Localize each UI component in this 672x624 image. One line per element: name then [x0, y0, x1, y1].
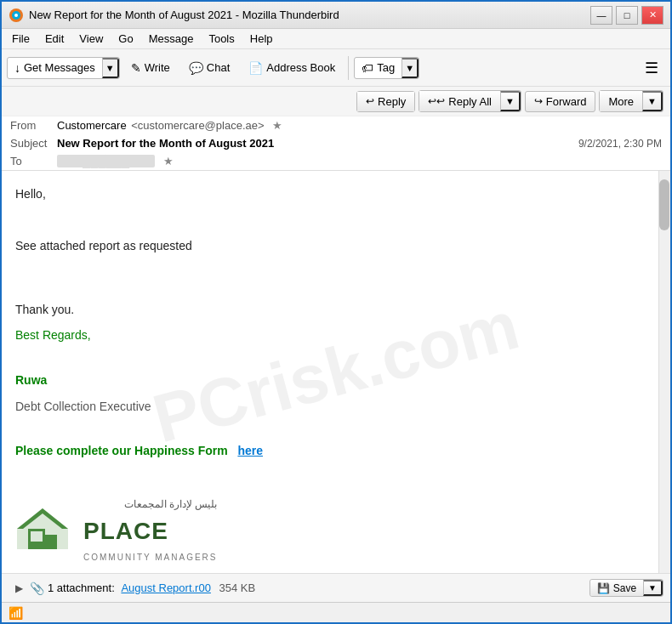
get-messages-group: ↓ Get Messages ▼ — [7, 57, 120, 79]
menu-tools[interactable]: Tools — [202, 31, 241, 47]
chat-icon: 💬 — [189, 61, 203, 75]
forward-button[interactable]: ↪ Forward — [525, 91, 596, 112]
subject-label: Subject — [10, 137, 57, 150]
house-svg — [15, 505, 71, 552]
scrollbar-track[interactable] — [658, 171, 670, 573]
star-icon[interactable]: ★ — [272, 119, 282, 132]
address-book-button[interactable]: 📄 Address Book — [241, 57, 343, 79]
svg-rect-7 — [31, 531, 43, 542]
menu-file[interactable]: File — [5, 31, 37, 47]
from-value: Customercare <customercare@place.ae> ★ — [57, 119, 662, 132]
reply-all-dropdown[interactable]: ▼ — [500, 91, 521, 111]
attachment-info: 1 attachment: August Report.r00 354 KB — [48, 581, 589, 594]
company-logo: بليس لإدارة المجمعات PLACE COMMUNITY MAN… — [15, 496, 657, 564]
logo-arabic: بليس لإدارة المجمعات — [83, 496, 218, 513]
from-email: <customercare@place.ae> — [131, 119, 264, 132]
regards-text: Best Regards, — [15, 326, 657, 344]
close-button[interactable]: ✕ — [641, 6, 663, 25]
chat-button[interactable]: 💬 Chat — [181, 57, 237, 79]
sender-name: Ruwa — [15, 371, 657, 389]
get-messages-icon: ↓ — [14, 61, 20, 75]
menu-edit[interactable]: Edit — [38, 31, 71, 47]
forward-icon: ↪ — [534, 95, 543, 107]
hamburger-menu[interactable]: ☰ — [638, 55, 665, 81]
tag-button[interactable]: 🏷 Tag — [355, 58, 401, 78]
from-row: From Customercare <customercare@place.ae… — [2, 116, 670, 134]
happiness-form: Please complete our Happiness Form here — [15, 441, 657, 460]
scrollbar-thumb[interactable] — [659, 179, 669, 230]
minimize-button[interactable]: — — [590, 6, 612, 25]
more-button-group: More ▼ — [599, 90, 663, 112]
get-messages-dropdown[interactable]: ▼ — [102, 58, 119, 78]
more-label: More — [608, 95, 634, 108]
save-button-group: 💾 Save ▼ — [589, 579, 663, 597]
save-dropdown[interactable]: ▼ — [643, 580, 663, 596]
tag-group: 🏷 Tag ▼ — [354, 57, 419, 79]
email-body-wrapper: PCrisk.com Hello, See attached report as… — [2, 171, 670, 573]
menu-bar: File Edit View Go Message Tools Help — [2, 29, 670, 49]
from-label: From — [10, 119, 57, 132]
write-icon: ✎ — [131, 61, 141, 75]
more-dropdown[interactable]: ▼ — [642, 91, 663, 111]
happiness-text: Please complete our Happiness Form — [15, 444, 228, 457]
save-icon: 💾 — [597, 582, 610, 594]
reply-all-icon: ↩↩ — [428, 95, 445, 107]
to-row: To ██████ ★ — [2, 152, 670, 170]
attachment-icon: 📎 — [30, 581, 44, 595]
reply-all-button[interactable]: ↩↩ Reply All — [419, 91, 500, 111]
logo-place: PLACE — [83, 513, 218, 551]
from-name: Customercare — [57, 119, 127, 132]
reply-all-button-group: ↩↩ Reply All ▼ — [419, 90, 521, 112]
logo-text: بليس لإدارة المجمعات PLACE COMMUNITY MAN… — [83, 496, 218, 564]
reply-button-group: ↩ Reply — [356, 91, 415, 112]
window-title: New Report for the Month of August 2021 … — [29, 9, 339, 21]
email-date: 9/2/2021, 2:30 PM — [578, 138, 662, 150]
write-button[interactable]: ✎ Write — [123, 57, 178, 79]
tag-dropdown[interactable]: ▼ — [401, 58, 419, 78]
to-label: To — [10, 155, 57, 167]
more-button[interactable]: More — [600, 91, 642, 111]
attachment-count: 1 attachment: — [48, 581, 115, 594]
forward-label: Forward — [546, 95, 587, 108]
maximize-button[interactable]: □ — [616, 6, 638, 25]
menu-help[interactable]: Help — [243, 31, 280, 47]
body-line1: See attached report as requested — [15, 236, 657, 255]
body-line2: Thank you. — [15, 300, 657, 319]
happiness-link[interactable]: here — [237, 444, 263, 457]
svg-rect-6 — [45, 535, 57, 549]
attachment-size: 354 KB — [219, 581, 256, 594]
email-content: Hello, See attached report as requested … — [15, 184, 657, 573]
tag-label: Tag — [377, 61, 395, 74]
reply-button[interactable]: ↩ Reply — [357, 92, 414, 111]
sender-title: Debt Collection Executive — [15, 397, 657, 416]
reply-all-label: Reply All — [448, 95, 492, 108]
status-bar: 📶 — [2, 602, 670, 622]
email-body: PCrisk.com Hello, See attached report as… — [2, 171, 670, 573]
action-buttons-row: ↩ Reply ↩↩ Reply All ▼ ↪ Forward More ▼ — [2, 87, 670, 116]
place-logo-icon — [15, 505, 75, 556]
attachment-bar: ▶ 📎 1 attachment: August Report.r00 354 … — [2, 573, 670, 602]
address-book-label: Address Book — [266, 61, 335, 74]
address-book-icon: 📄 — [248, 61, 263, 75]
get-messages-button[interactable]: ↓ Get Messages — [8, 58, 102, 78]
save-button[interactable]: 💾 Save — [590, 580, 643, 596]
save-label: Save — [613, 582, 636, 594]
menu-view[interactable]: View — [72, 31, 110, 47]
main-window: New Report for the Month of August 2021 … — [0, 0, 672, 624]
menu-go[interactable]: Go — [111, 31, 140, 47]
subject-value: New Report for the Month of August 2021 — [57, 137, 578, 150]
to-star-icon[interactable]: ★ — [163, 155, 174, 167]
expand-button[interactable]: ▶ — [9, 581, 30, 596]
to-recipient: ██████ — [57, 155, 155, 167]
menu-message[interactable]: Message — [142, 31, 201, 47]
svg-point-2 — [14, 14, 18, 17]
attachment-name[interactable]: August Report.r00 — [121, 581, 211, 594]
toolbar-separator — [348, 56, 349, 80]
write-label: Write — [145, 61, 170, 74]
title-bar-left: New Report for the Month of August 2021 … — [9, 8, 339, 23]
signal-icon: 📶 — [9, 606, 23, 620]
subject-row: Subject New Report for the Month of Augu… — [2, 134, 670, 152]
get-messages-label: Get Messages — [24, 61, 95, 74]
logo-sub: COMMUNITY MANAGERS — [83, 551, 218, 564]
main-toolbar: ↓ Get Messages ▼ ✎ Write 💬 Chat 📄 Addres… — [2, 49, 670, 87]
